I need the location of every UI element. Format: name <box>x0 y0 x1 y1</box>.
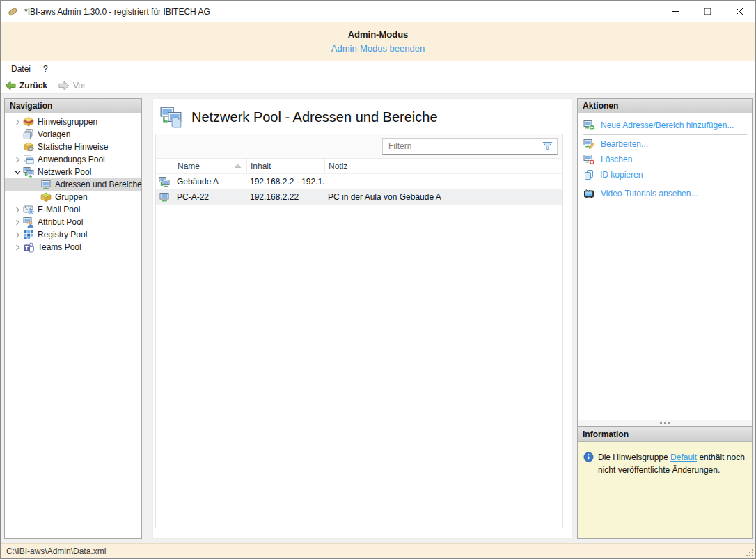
header-name[interactable]: Name <box>173 159 246 173</box>
menu-datei[interactable]: Datei <box>5 63 37 75</box>
tree-item-adressen-und-bereiche[interactable]: Adressen und Bereiche <box>5 178 141 191</box>
tree-item-email-pool[interactable]: E-Mail Pool <box>5 203 141 216</box>
page-title-row: Netzwerk Pool - Adressen und Bereiche <box>153 99 572 129</box>
layered-box-icon <box>23 116 34 127</box>
app-windows-icon <box>23 154 34 165</box>
chevron-right-icon[interactable] <box>13 232 22 238</box>
admin-mode-banner: Admin-Modus Admin-Modus beenden <box>1 22 755 61</box>
tree-item-label: Anwendungs Pool <box>38 155 105 164</box>
statusbar-path: C:\IBI-aws\Admin\Data.xml <box>6 546 106 556</box>
email-icon <box>23 204 34 215</box>
header-notiz[interactable]: Notiz <box>324 159 562 173</box>
navigation-header: Navigation <box>5 99 141 113</box>
cell-inhalt: 192.168.2.2 - 192.1... <box>246 174 324 189</box>
tree-item-label: Gruppen <box>55 192 88 202</box>
forward-label: Vor <box>73 81 86 90</box>
maximize-button[interactable] <box>691 1 723 22</box>
group-box-icon <box>40 191 52 203</box>
tree-item-statische-hinweise[interactable]: Statische Hinweise <box>5 141 141 153</box>
navigation-tree: Hinweisgruppen Vorlagen Statische Hinwei… <box>5 113 141 253</box>
filter-row <box>156 134 562 159</box>
computer-add-icon <box>583 120 595 131</box>
info-icon <box>583 452 594 476</box>
tree-item-label: Registry Pool <box>38 230 87 239</box>
tree-item-label: Statische Hinweise <box>38 142 108 152</box>
menu-help[interactable]: ? <box>37 63 54 75</box>
titlebar: *IBI-aws Admin 1.30.0 - registriert für … <box>1 1 755 22</box>
action-label: ID kopieren <box>600 170 643 180</box>
default-group-link[interactable]: Default <box>670 452 697 462</box>
page-title: Netzwerk Pool - Adressen und Bereiche <box>191 109 438 125</box>
tree-item-netzwerk-pool[interactable]: Netzwerk Pool <box>5 166 141 178</box>
teams-icon <box>23 242 34 253</box>
back-button[interactable]: Zurück <box>5 80 47 91</box>
arrow-right-icon <box>58 80 70 91</box>
actions-panel: Aktionen Neue Adresse/Bereich hinzufügen… <box>577 98 753 427</box>
filter-input[interactable] <box>383 141 542 151</box>
table-row[interactable]: Gebäude A 192.168.2.2 - 192.1... <box>156 174 562 189</box>
tree-item-label: Teams Pool <box>38 242 81 252</box>
address-table: Name Inhalt Notiz Gebäude A 192.168.2.2 … <box>155 134 563 528</box>
app-window: *IBI-aws Admin 1.30.0 - registriert für … <box>0 0 756 559</box>
close-button[interactable] <box>723 1 755 22</box>
table-row[interactable]: PC-A-22 192.168.2.22 PC in der Aula von … <box>156 189 562 205</box>
action-add-address[interactable]: Neue Adresse/Bereich hinzufügen... <box>578 118 752 133</box>
action-delete[interactable]: Löschen <box>578 152 752 167</box>
chevron-right-icon[interactable] <box>13 157 22 163</box>
network-pool-icon <box>159 105 183 129</box>
sort-asc-icon <box>235 164 241 168</box>
chevron-down-icon[interactable] <box>13 170 22 175</box>
templates-stack-icon <box>23 129 34 140</box>
information-body: Die Hinweisgruppe Default enthält noch n… <box>578 442 752 476</box>
main-panel: Netzwerk Pool - Adressen und Bereiche Na… <box>152 98 573 539</box>
action-label: Bearbeiten... <box>601 139 648 149</box>
tag-icon <box>7 6 18 17</box>
computer-delete-icon <box>583 154 595 165</box>
tree-item-attribut-pool[interactable]: Attribut Pool <box>5 216 141 228</box>
action-video-tutorials[interactable]: Video-Tutorials ansehen... <box>578 186 752 201</box>
copy-icon <box>583 169 594 180</box>
window-controls <box>659 1 755 22</box>
separator <box>583 134 747 135</box>
action-edit[interactable]: Bearbeiten... <box>578 136 752 152</box>
tree-item-label: E-Mail Pool <box>38 205 80 214</box>
information-header: Information <box>578 427 752 442</box>
chevron-right-icon[interactable] <box>13 219 22 226</box>
action-copy-id[interactable]: ID kopieren <box>578 167 752 182</box>
computer-icon <box>40 179 52 190</box>
cell-notiz: PC in der Aula von Gebäude A <box>324 189 562 204</box>
cell-name: Gebäude A <box>173 174 246 189</box>
tree-item-teams-pool[interactable]: Teams Pool <box>5 241 141 253</box>
header-inhalt[interactable]: Inhalt <box>246 159 324 173</box>
exit-admin-mode-link[interactable]: Admin-Modus beenden <box>331 43 425 54</box>
tree-item-registry-pool[interactable]: Registry Pool <box>5 228 141 241</box>
statusbar: C:\IBI-aws\Admin\Data.xml <box>1 543 755 558</box>
network-computers-icon <box>23 166 34 178</box>
forward-button[interactable]: Vor <box>58 80 86 91</box>
admin-mode-title: Admin-Modus <box>1 29 755 40</box>
tree-item-label: Netzwerk Pool <box>38 167 91 177</box>
tree-item-label: Vorlagen <box>38 129 70 139</box>
box-gear-icon <box>23 141 34 152</box>
tree-item-vorlagen[interactable]: Vorlagen <box>5 128 141 141</box>
tree-item-hinweisgruppen[interactable]: Hinweisgruppen <box>5 116 141 128</box>
menubar: Datei ? <box>1 61 755 77</box>
minimize-button[interactable] <box>659 1 691 22</box>
tree-item-anwendungs-pool[interactable]: Anwendungs Pool <box>5 153 141 166</box>
table-header: Name Inhalt Notiz <box>156 159 562 174</box>
panel-splitter[interactable] <box>578 420 752 426</box>
resize-grip[interactable] <box>746 549 754 559</box>
action-label: Löschen <box>601 155 632 164</box>
chevron-right-icon[interactable] <box>13 119 22 125</box>
chevron-right-icon[interactable] <box>13 244 22 251</box>
chevron-right-icon[interactable] <box>13 207 22 213</box>
filter-box <box>382 138 558 155</box>
tree-item-gruppen[interactable]: Gruppen <box>5 191 141 203</box>
actions-header: Aktionen <box>578 99 752 113</box>
registry-grid-icon <box>23 229 34 240</box>
computer-person-icon <box>23 216 34 228</box>
separator <box>583 184 747 184</box>
tree-item-label: Hinweisgruppen <box>38 117 97 127</box>
funnel-icon[interactable] <box>542 141 553 151</box>
tv-icon <box>583 188 595 199</box>
